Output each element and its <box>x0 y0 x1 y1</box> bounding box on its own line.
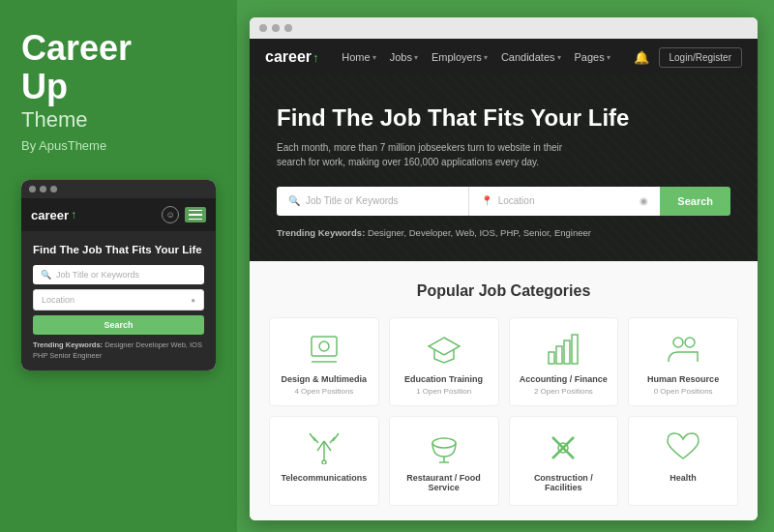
category-name-accounting: Accounting / Finance <box>518 374 610 384</box>
mockup-menu-button[interactable] <box>185 207 206 222</box>
mockup-logo: career ↑ <box>31 208 76 222</box>
mockup-keyword-placeholder: Job Title or Keywords <box>56 270 139 280</box>
location-pin-icon: 📍 <box>481 195 492 206</box>
menu-line-2 <box>189 214 202 216</box>
hero-keyword-placeholder: Job Title or Keywords <box>306 195 399 206</box>
svg-point-8 <box>673 338 683 347</box>
svg-rect-7 <box>572 335 578 364</box>
svg-marker-3 <box>429 338 460 355</box>
browser-nav-right: 🔔 Login/Register <box>634 47 742 68</box>
svg-point-18 <box>432 438 456 448</box>
brand-by: By ApusTheme <box>21 138 216 153</box>
design-icon <box>307 332 342 367</box>
svg-line-16 <box>310 433 315 441</box>
category-count-hr: 0 Open Positions <box>637 387 729 396</box>
svg-rect-6 <box>564 340 570 364</box>
mockup-trending: Trending Keywords: Designer Developer We… <box>33 340 204 361</box>
nav-link-home[interactable]: Home ▾ <box>342 51 375 63</box>
category-name-education: Education Training <box>398 374 491 384</box>
browser-logo: career ↑ <box>265 48 319 66</box>
svg-point-13 <box>322 460 326 464</box>
category-name-health: Health <box>637 473 729 483</box>
mockup-hero: Find The Job That Fits Your Life 🔍 Job T… <box>21 231 216 370</box>
category-count-design: 4 Open Positions <box>278 387 371 396</box>
browser-window: career ↑ Home ▾ Jobs ▾ Employers ▾ Candi… <box>250 17 758 520</box>
hero-trending-keywords: Designer, Developer, Web, IOS, PHP, Seni… <box>368 227 591 238</box>
hero-title: Find The Job That Fits Your Life <box>277 104 730 133</box>
accounting-icon <box>546 332 580 367</box>
category-name-telecom: Telecommunications <box>278 473 371 483</box>
category-card-health[interactable]: Health <box>628 416 738 506</box>
category-count-education: 1 Open Position <box>398 387 491 396</box>
category-card-accounting[interactable]: Accounting / Finance 2 Open Positions <box>509 317 619 406</box>
category-card-construction[interactable]: Construction / Facilities <box>509 416 619 506</box>
hero-trending-label: Trending Keywords: <box>277 227 365 238</box>
menu-line-1 <box>189 210 202 212</box>
svg-point-1 <box>319 341 329 351</box>
browser-dot-3 <box>284 24 292 32</box>
nav-link-employers[interactable]: Employers ▾ <box>432 51 488 63</box>
browser-navbar: career ↑ Home ▾ Jobs ▾ Employers ▾ Candi… <box>250 39 758 75</box>
category-card-hr[interactable]: Human Resource 0 Open Positions <box>628 317 738 406</box>
construction-icon <box>546 430 580 465</box>
hero-keyword-input[interactable]: 🔍 Job Title or Keywords <box>277 187 468 216</box>
category-card-design[interactable]: Design & Multimedia 4 Open Positions <box>269 317 379 406</box>
brand-subtitle: Theme <box>21 107 216 133</box>
mockup-keyword-input[interactable]: 🔍 Job Title or Keywords <box>33 265 204 284</box>
hero-trending: Trending Keywords: Designer, Developer, … <box>277 227 730 238</box>
svg-rect-0 <box>312 337 337 356</box>
browser-titlebar <box>250 17 758 39</box>
mobile-mockup: career ↑ ☺ Find The Job That Fits Your L… <box>21 180 216 370</box>
svg-point-9 <box>685 338 695 347</box>
hero-location-placeholder: Location <box>498 195 535 206</box>
category-name-restaurant: Restaurant / Food Service <box>398 473 491 492</box>
hero-search-bar: 🔍 Job Title or Keywords 📍 Location ◉ Sea… <box>277 187 730 216</box>
location-left: 📍 Location <box>481 195 535 206</box>
categories-title: Popular Job Categories <box>269 282 738 300</box>
mockup-logo-text: career <box>31 208 69 222</box>
browser-logo-text: career <box>265 48 312 66</box>
hero-search-icon: 🔍 <box>288 195 300 206</box>
nav-link-candidates[interactable]: Candidates ▾ <box>501 51 561 63</box>
mockup-location-placeholder: Location <box>42 295 74 305</box>
svg-rect-5 <box>556 346 562 364</box>
brand-title: Career Up <box>21 29 216 105</box>
left-panel: Career Up Theme By ApusTheme career ↑ ☺ <box>0 0 237 532</box>
browser-hero: Find The Job That Fits Your Life Each mo… <box>250 75 758 261</box>
category-name-design: Design & Multimedia <box>278 374 371 384</box>
menu-line-3 <box>189 219 202 221</box>
category-name-construction: Construction / Facilities <box>518 473 610 492</box>
mockup-search-icon: 🔍 <box>41 270 51 280</box>
mockup-dot-1 <box>29 186 36 192</box>
mockup-titlebar <box>21 180 216 198</box>
location-target-icon: ◉ <box>640 195 648 206</box>
categories-section: Popular Job Categories Design & Multimed… <box>250 261 758 520</box>
mockup-location-icon: ● <box>191 296 195 305</box>
nav-link-jobs[interactable]: Jobs ▾ <box>390 51 418 63</box>
mockup-dot-2 <box>40 186 46 192</box>
hero-search-button[interactable]: Search <box>660 187 730 216</box>
mockup-trending-label: Trending Keywords: <box>33 340 103 349</box>
health-icon <box>666 430 700 465</box>
brand-block: Career Up Theme By ApusTheme <box>21 29 216 153</box>
mockup-dot-3 <box>50 186 57 192</box>
bell-icon[interactable]: 🔔 <box>634 50 649 65</box>
categories-grid-bottom: Telecommunications Restaurant / Food Ser… <box>269 416 738 506</box>
category-count-accounting: 2 Open Positions <box>518 387 610 396</box>
category-card-restaurant[interactable]: Restaurant / Food Service <box>389 416 499 506</box>
mockup-search-button[interactable]: Search <box>33 315 204 335</box>
nav-link-pages[interactable]: Pages ▾ <box>575 51 610 63</box>
browser-logo-leaf: ↑ <box>313 50 319 65</box>
login-register-button[interactable]: Login/Register <box>659 47 742 68</box>
hero-location-input[interactable]: 📍 Location ◉ <box>469 187 661 216</box>
mockup-location-input[interactable]: Location ● <box>33 289 204 310</box>
category-card-telecom[interactable]: Telecommunications <box>269 416 379 506</box>
hr-icon <box>666 332 700 367</box>
restaurant-icon <box>427 430 461 465</box>
svg-line-17 <box>333 433 339 441</box>
education-icon <box>427 332 461 367</box>
category-card-education[interactable]: Education Training 1 Open Position <box>389 317 499 406</box>
browser-dot-1 <box>259 24 267 32</box>
mockup-nav-icons: ☺ <box>162 206 206 223</box>
svg-rect-4 <box>549 352 554 364</box>
